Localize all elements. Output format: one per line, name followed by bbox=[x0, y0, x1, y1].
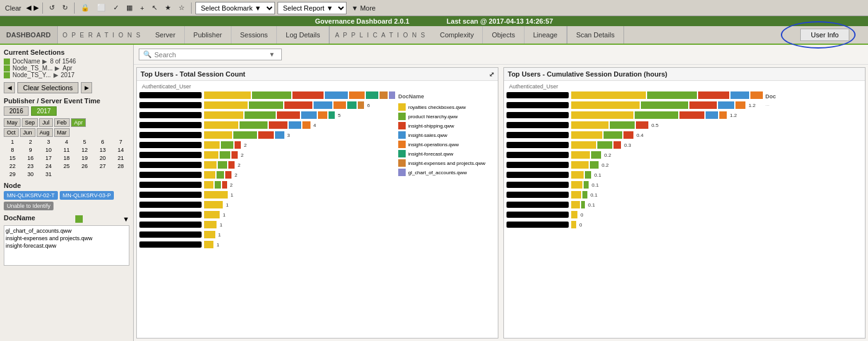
node-tag-unable[interactable]: Unable to Identify bbox=[4, 202, 54, 210]
docname-list[interactable]: gl_chart_of_accounts.qww insight-expense… bbox=[4, 225, 129, 266]
cal-9[interactable]: 9 bbox=[22, 146, 39, 154]
cal-17[interactable]: 17 bbox=[40, 154, 57, 162]
search-input[interactable] bbox=[154, 51, 266, 58]
node-tag-02t[interactable]: MN-QLIKSRV-02-T bbox=[4, 191, 58, 200]
month-feb[interactable]: Feb bbox=[54, 118, 70, 127]
bar-seg-r-2-3 bbox=[706, 111, 718, 119]
star2-button[interactable]: ☆ bbox=[176, 3, 187, 12]
search-chevron-icon: ▼ bbox=[269, 51, 275, 58]
docname-item-2[interactable]: insight-expenses and projects.qww bbox=[6, 235, 128, 242]
month-aug[interactable]: Aug bbox=[37, 128, 53, 137]
bar-row-left-11: 1 bbox=[139, 200, 396, 209]
edit-button[interactable]: ⬜ bbox=[95, 3, 108, 12]
check-button[interactable]: ✓ bbox=[111, 3, 121, 12]
redo-button[interactable]: ↻ bbox=[60, 3, 70, 12]
sel-ts-y-value: 2017 bbox=[61, 72, 75, 78]
bar-val-left-13: 1 bbox=[220, 222, 222, 228]
toolbar: Clear ◀ ▶ ↺ ↻ 🔒 ⬜ ✓ ▦ + ↖ ★ ☆ Select Boo… bbox=[0, 0, 868, 16]
month-apr[interactable]: Apr bbox=[71, 118, 86, 127]
docname-item-3[interactable]: insight-forecast.qww bbox=[6, 242, 128, 250]
bar-seg-9-0 bbox=[204, 181, 213, 189]
node-tag-03p[interactable]: MN-QLIKSRV-03-P bbox=[60, 191, 114, 200]
search-bar: 🔍 ▼ bbox=[134, 45, 868, 65]
applications-section: A P P L I C A T I O N S Complexity Objec… bbox=[330, 26, 567, 44]
star-button[interactable]: ★ bbox=[162, 3, 174, 12]
sep2 bbox=[74, 2, 75, 14]
cal-14[interactable]: 14 bbox=[112, 146, 129, 154]
clear-selections-button[interactable]: Clear Selections bbox=[17, 82, 78, 93]
cal-7[interactable]: 7 bbox=[112, 138, 129, 146]
next-arrow[interactable]: ▶ bbox=[81, 82, 92, 93]
chart-button[interactable]: ▦ bbox=[124, 3, 135, 12]
year-2016[interactable]: 2016 bbox=[4, 106, 29, 116]
more-button[interactable]: ▼ More bbox=[349, 4, 378, 12]
bar-seg-r-2-1 bbox=[635, 111, 678, 119]
cal-2[interactable]: 2 bbox=[22, 138, 39, 146]
bar-label-right-13 bbox=[506, 222, 569, 228]
cal-31[interactable]: 31 bbox=[40, 170, 57, 178]
bar-seg-2-0 bbox=[204, 111, 243, 119]
cal-21[interactable]: 21 bbox=[112, 154, 129, 162]
bar-seg-r-8-0 bbox=[571, 171, 584, 179]
month-sep[interactable]: Sep bbox=[22, 118, 38, 127]
cal-11[interactable]: 11 bbox=[58, 146, 75, 154]
bar-fill-right-9: 0.1 bbox=[571, 181, 763, 189]
chart-left-expand-icon[interactable]: ⤢ bbox=[489, 71, 494, 78]
bar-fill-right-2: 1.2 bbox=[571, 111, 763, 119]
bar-val-left-15: 1 bbox=[217, 242, 219, 248]
cal-22[interactable]: 22 bbox=[4, 162, 21, 170]
cal-18[interactable]: 18 bbox=[58, 154, 75, 162]
month-jun[interactable]: Jun bbox=[20, 128, 35, 137]
lock-button[interactable]: 🔒 bbox=[78, 3, 92, 12]
cal-3[interactable]: 3 bbox=[40, 138, 57, 146]
cal-1[interactable]: 1 bbox=[4, 138, 21, 146]
plus-button[interactable]: + bbox=[138, 4, 146, 12]
cal-13[interactable]: 13 bbox=[94, 146, 111, 154]
month-oct[interactable]: Oct bbox=[4, 128, 19, 137]
cal-27[interactable]: 27 bbox=[94, 162, 111, 170]
sep3 bbox=[191, 2, 192, 14]
bar-fill-right-0: 1.2 bbox=[571, 91, 763, 99]
user-info-button[interactable]: User Info bbox=[800, 29, 849, 41]
tab-complexity[interactable]: Complexity bbox=[431, 26, 483, 44]
tab-sessions[interactable]: Sessions bbox=[231, 26, 278, 44]
cal-19[interactable]: 19 bbox=[76, 154, 93, 162]
cal-16[interactable]: 16 bbox=[22, 154, 39, 162]
cal-30[interactable]: 30 bbox=[22, 170, 39, 178]
cal-26[interactable]: 26 bbox=[76, 162, 93, 170]
status-bar: Governance Dashboard 2.0.1 Last scan @ 2… bbox=[0, 16, 868, 26]
cal-15[interactable]: 15 bbox=[4, 154, 21, 162]
tab-publisher[interactable]: Publisher bbox=[185, 26, 231, 44]
month-row-1: May Sep Jul Feb Apr bbox=[4, 118, 129, 127]
cal-6[interactable]: 6 bbox=[94, 138, 111, 146]
month-may[interactable]: May bbox=[4, 118, 21, 127]
tab-log-details[interactable]: Log Details bbox=[277, 26, 329, 44]
cal-25[interactable]: 25 bbox=[58, 162, 75, 170]
cal-24[interactable]: 24 bbox=[40, 162, 57, 170]
clear-button[interactable]: Clear bbox=[2, 4, 24, 12]
bookmark-select[interactable]: Select Bookmark ▼ bbox=[195, 2, 275, 14]
cal-5[interactable]: 5 bbox=[76, 138, 93, 146]
cal-29[interactable]: 29 bbox=[4, 170, 21, 178]
cal-23[interactable]: 23 bbox=[22, 162, 39, 170]
tab-objects[interactable]: Objects bbox=[483, 26, 524, 44]
cal-8[interactable]: 8 bbox=[4, 146, 21, 154]
docname-item-1[interactable]: gl_chart_of_accounts.qww bbox=[6, 227, 128, 235]
cal-12[interactable]: 12 bbox=[76, 146, 93, 154]
month-jul[interactable]: Jul bbox=[39, 118, 53, 127]
tab-server[interactable]: Server bbox=[146, 26, 184, 44]
bar-seg-2-1 bbox=[245, 111, 276, 119]
bar-seg-12-0 bbox=[204, 211, 220, 218]
prev-arrow[interactable]: ◀ bbox=[4, 82, 15, 93]
cal-20[interactable]: 20 bbox=[94, 154, 111, 162]
year-2017[interactable]: 2017 bbox=[31, 106, 56, 116]
tab-scan-details[interactable]: Scan Details bbox=[567, 26, 623, 44]
tab-lineage[interactable]: Lineage bbox=[525, 26, 567, 44]
undo-button[interactable]: ↺ bbox=[47, 3, 57, 12]
cal-4[interactable]: 4 bbox=[58, 138, 75, 146]
cal-28[interactable]: 28 bbox=[112, 162, 129, 170]
month-mar[interactable]: Mar bbox=[54, 128, 70, 137]
cal-10[interactable]: 10 bbox=[40, 146, 57, 154]
report-select[interactable]: Select Report ▼ bbox=[278, 2, 347, 14]
cursor-button[interactable]: ↖ bbox=[149, 3, 160, 12]
